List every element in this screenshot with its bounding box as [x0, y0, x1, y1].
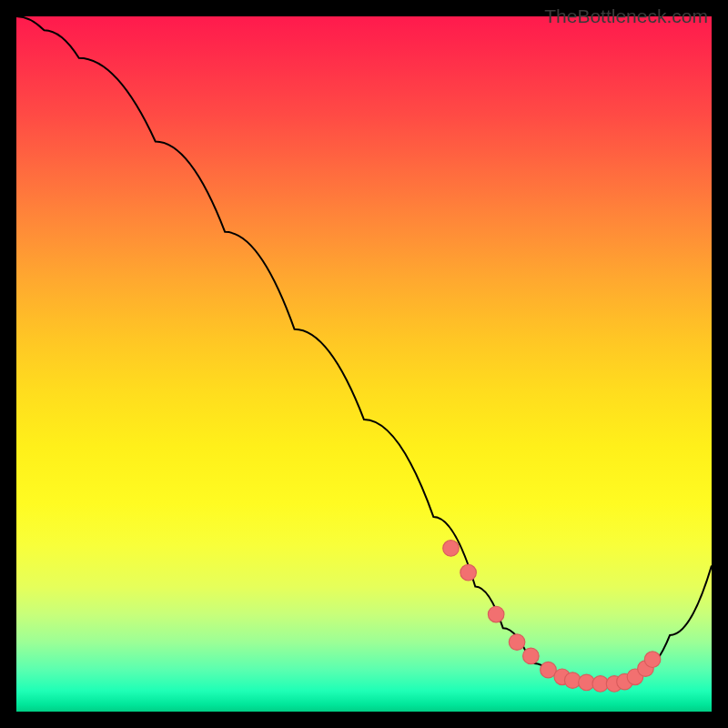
- optimal-marker: [488, 606, 504, 622]
- watermark-label: TheBottleneck.com: [544, 5, 708, 27]
- bottleneck-curve-group: [16, 16, 712, 683]
- plot-area: [16, 16, 712, 712]
- optimal-marker: [644, 652, 661, 668]
- bottleneck-curve: [16, 16, 712, 683]
- chart-svg: [16, 16, 712, 712]
- optimal-marker: [564, 672, 581, 689]
- optimal-marker: [509, 634, 525, 651]
- optimal-marker: [443, 541, 460, 557]
- optimal-marker: [523, 648, 540, 664]
- optimal-markers-group: [443, 541, 661, 693]
- optimal-marker: [460, 564, 477, 581]
